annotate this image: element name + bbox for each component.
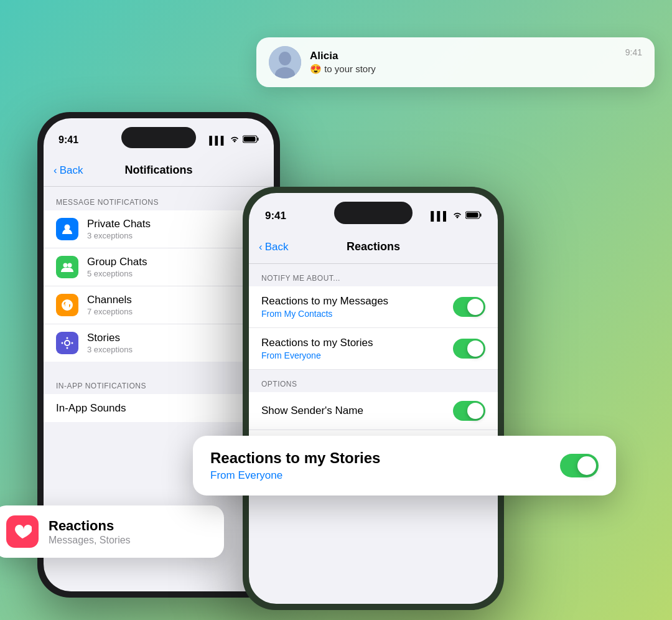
svg-point-8 [68,263,72,268]
avatar [269,46,301,78]
group-chats-item[interactable]: Group Chats 5 exceptions › [44,248,274,286]
wifi-icon-front [452,211,462,221]
svg-point-12 [65,341,69,345]
stories-floating-toggle[interactable] [560,454,599,477]
notify-section-label: NOTIFY ME ABOUT... [249,264,498,286]
channels-item[interactable]: Channels 7 exceptions › [44,286,274,324]
group-chats-subtitle: 5 exceptions [87,269,249,278]
show-sender-title: Show Sender's Name [261,405,453,417]
stories-title: Stories [87,332,249,344]
notification-message: 😍 to your story [310,63,617,75]
group-chats-icon [56,256,78,278]
reactions-icon [6,515,39,548]
stories-floating-card[interactable]: Reactions to my Stories From Everyone [193,436,616,496]
private-chats-icon [56,218,78,240]
notification-emoji: 😍 [310,63,322,74]
svg-point-16 [72,342,73,344]
svg-point-14 [67,347,68,349]
stories-icon [56,332,78,354]
inapp-sounds-item[interactable]: In-App Sounds › [44,394,274,422]
channels-title: Channels [87,294,249,306]
dynamic-island-back [121,127,196,148]
show-sender-toggle[interactable] [453,401,485,421]
private-chats-item[interactable]: Private Chats 3 exceptions › [44,210,274,248]
status-icons-back: ▌▌▌ [209,135,259,145]
reactions-stories-toggle[interactable] [453,339,485,359]
channels-text: Channels 7 exceptions [87,294,249,316]
svg-point-7 [63,263,68,268]
reactions-messages-item[interactable]: Reactions to my Messages From My Contact… [249,286,498,328]
svg-point-10 [68,302,71,304]
show-sender-text: Show Sender's Name [261,405,453,417]
stories-card-subtitle: From Everyone [210,469,560,482]
stories-card-title: Reactions to my Stories [210,449,560,467]
private-chats-text: Private Chats 3 exceptions [87,218,249,240]
reactions-messages-toggle[interactable] [453,297,485,317]
group-chats-text: Group Chats 5 exceptions [87,256,249,278]
channels-icon [56,294,78,316]
reactions-stories-title: Reactions to my Stories [261,337,453,349]
chevron-left-icon: ‹ [54,164,57,177]
svg-point-1 [279,52,291,65]
svg-rect-18 [467,213,478,218]
message-notifications-label: MESSAGE NOTIFICATIONS [44,187,274,210]
back-label-front: Back [265,241,289,253]
notification-text: to your story [324,63,376,74]
nav-title-front: Reactions [347,240,400,253]
reactions-stories-subtitle: From Everyone [261,350,453,360]
reactions-stories-text: Reactions to my Stories From Everyone [261,337,453,360]
stories-subtitle: 3 exceptions [87,345,249,354]
notification-time: 9:41 [625,46,642,57]
inapp-section-label: IN-APP NOTIFICATIONS [44,370,274,394]
nav-back-button[interactable]: ‹ Back [54,164,83,177]
status-time-back: 9:41 [58,134,78,146]
options-section-label: OPTIONS [249,370,498,392]
reactions-card[interactable]: Reactions Messages, Stories [0,505,224,558]
show-sender-item[interactable]: Show Sender's Name [249,392,498,430]
svg-rect-4 [244,137,256,142]
svg-point-13 [67,337,68,339]
stories-floating-toggle-thumb [577,456,596,475]
notification-content: Alicia 😍 to your story [310,50,617,75]
chevron-left-front-icon: ‹ [259,241,263,253]
reactions-text: Reactions Messages, Stories [49,518,131,546]
nav-back-button-front[interactable]: ‹ Back [259,241,288,253]
svg-rect-5 [258,138,259,141]
settings-list: Private Chats 3 exceptions › [44,210,274,362]
nav-bar-back: ‹ Back Notifications [44,154,274,187]
reactions-subtitle: Messages, Stories [49,535,131,546]
status-time-front: 9:41 [265,210,286,222]
wifi-icon [230,136,240,145]
front-content: NOTIFY ME ABOUT... Reactions to my Messa… [249,264,498,604]
phone-front-screen: 9:41 ▌▌▌ ‹ Back Reactions NOTIFY ME ABOU… [249,193,498,604]
inapp-sounds-title: In-App Sounds [56,402,249,415]
signal-icon-front: ▌▌▌ [431,211,449,221]
group-chats-title: Group Chats [87,256,249,268]
stories-item[interactable]: Stories 3 exceptions › [44,324,274,362]
reactions-stories-item[interactable]: Reactions to my Stories From Everyone [249,328,498,370]
phone-front: 9:41 ▌▌▌ ‹ Back Reactions NOTIFY ME ABOU… [243,187,504,610]
reactions-title: Reactions [49,518,131,534]
dynamic-island-front [334,202,413,224]
private-chats-subtitle: 3 exceptions [87,231,249,240]
battery-icon-front [465,211,482,221]
toggle-thumb-sender [467,403,483,419]
svg-rect-19 [480,214,482,217]
toggle-thumb [467,299,483,315]
nav-bar-front: ‹ Back Reactions [249,230,498,264]
signal-icon: ▌▌▌ [209,136,226,145]
reactions-messages-subtitle: From My Contacts [261,309,453,319]
back-label: Back [60,164,83,177]
reactions-messages-text: Reactions to my Messages From My Contact… [261,295,453,319]
notification-banner: Alicia 😍 to your story 9:41 [256,37,655,87]
toggle-thumb-stories [467,341,483,357]
notification-sender: Alicia [310,50,617,62]
stories-card-text: Reactions to my Stories From Everyone [210,449,560,482]
inapp-sounds-text: In-App Sounds [56,402,249,415]
svg-point-15 [62,342,63,344]
battery-icon [243,135,259,145]
reactions-messages-title: Reactions to my Messages [261,295,453,308]
channels-subtitle: 7 exceptions [87,307,249,316]
status-icons-front: ▌▌▌ [431,211,482,221]
nav-title-back: Notifications [124,164,192,177]
